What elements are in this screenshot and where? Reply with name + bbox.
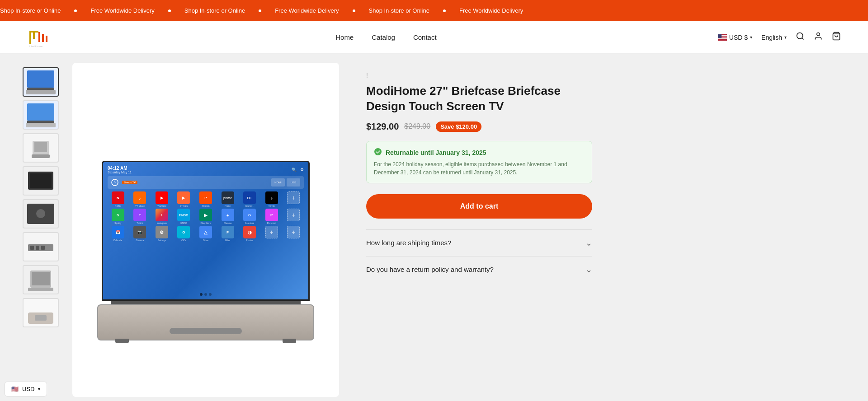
app-slot-assistant: GAssistant (239, 209, 260, 224)
thumbnail-6[interactable] (23, 232, 59, 261)
brand-logo: ModiHome (27, 28, 54, 47)
tv-foot-right (283, 339, 296, 343)
account-button[interactable] (814, 32, 823, 43)
thumbnail-3[interactable] (23, 133, 59, 163)
faq-chevron-1: ⌄ (585, 238, 592, 248)
app-slot-okv: OOKV (174, 226, 194, 242)
app-slot-files: FFiles (217, 226, 238, 242)
banner-text-4: Free Worldwide Delivery (275, 7, 339, 14)
banner-text-2: Free Worldwide Delivery (90, 7, 154, 14)
search-button[interactable] (796, 32, 805, 43)
app-slot-netflix: NNetflix (108, 191, 128, 207)
app-slot-tiktok: ♪TikTok (261, 191, 282, 207)
svg-rect-29 (34, 142, 47, 152)
smart-tv-badge: Smart TV (122, 181, 137, 184)
cart-icon (832, 32, 841, 41)
svg-rect-30 (32, 154, 50, 158)
save-badge: Save $120.00 (436, 121, 481, 132)
price-current: $129.00 (366, 121, 399, 132)
banner-segment: Shop In-store or Online Free Worldwide D… (0, 7, 546, 14)
product-title: ModiHome 27" Briefcase Briefcase Design … (366, 84, 592, 114)
thumbnail-4[interactable] (23, 166, 59, 196)
return-header: Returnable until January 31, 2025 (374, 148, 585, 158)
thumbnail-5[interactable] (23, 199, 59, 228)
app-slot-camera: 📷Camera (130, 226, 151, 242)
currency-chevron: ▾ (750, 35, 752, 40)
app-slot-chrome: ●Chrome (217, 209, 238, 224)
currency-footer-bar[interactable]: 🇺🇸 USD ▾ (5, 382, 47, 396)
svg-rect-13 (718, 39, 727, 40)
app-slot-instagram: IInstagram (151, 209, 172, 224)
thumbnail-1[interactable] (23, 67, 59, 97)
faq-item-1: How long are shiping times? ⌄ (366, 229, 592, 256)
app-slot-peloton: PPeloton (195, 191, 216, 207)
save-label: Save (440, 123, 454, 130)
app-slot-add2: + (283, 209, 304, 224)
save-amount: $120.00 (456, 123, 477, 130)
product-info-panel: ! ModiHome 27" Briefcase Briefcase Desig… (348, 63, 610, 397)
tv-base (97, 304, 314, 340)
svg-rect-14 (718, 34, 722, 38)
banner-text-3: Shop In-store or Online (184, 7, 245, 14)
faq-header-1[interactable]: How long are shiping times? ⌄ (366, 230, 592, 256)
svg-rect-3 (38, 32, 40, 42)
svg-rect-44 (32, 272, 50, 285)
svg-point-17 (817, 33, 820, 36)
flag-icon (718, 34, 727, 41)
app-slot-endo: ENDOENDO (174, 209, 194, 224)
logo-area[interactable]: ModiHome (27, 28, 54, 47)
checkmark-circle-icon (374, 148, 382, 156)
dot-3 (209, 293, 212, 296)
slide-indicator (200, 293, 212, 296)
thumbnail-8[interactable] (23, 298, 59, 327)
tv-illustration: 04:12 AM Saturday May 11 🔍⚙ Smart TV HDM… (95, 119, 316, 340)
language-selector[interactable]: English ▾ (761, 34, 787, 41)
tv-widget-bar: Smart TV HDMI USB (108, 176, 304, 189)
svg-rect-20 (27, 70, 54, 88)
svg-rect-21 (27, 88, 54, 90)
svg-rect-26 (26, 123, 56, 127)
currency-footer-label: USD (22, 386, 34, 392)
svg-text:ModiHome: ModiHome (29, 45, 43, 47)
app-slot-twitch: TTwitch (130, 209, 151, 224)
add-to-cart-button[interactable]: Add to cart (366, 194, 592, 219)
return-policy-box: Returnable until January 31, 2025 For th… (366, 141, 592, 183)
tv-date: Saturday May 11 (108, 171, 132, 174)
product-thumbnails (18, 63, 63, 397)
thumbnail-2[interactable] (23, 100, 59, 130)
svg-rect-41 (41, 246, 45, 250)
thumbnail-7[interactable] (23, 265, 59, 294)
nav-contact[interactable]: Contact (413, 33, 437, 41)
language-label: English (761, 34, 782, 41)
tv-feet (115, 339, 296, 343)
product-exclaim: ! (366, 72, 592, 79)
svg-rect-40 (36, 246, 39, 250)
nav-home[interactable]: Home (335, 33, 354, 41)
app-slot-photos: ◑Photos (239, 226, 260, 242)
svg-rect-45 (28, 288, 53, 291)
site-header: ModiHome Home Catalog Contact USD $ (0, 21, 868, 54)
app-slot-add4: + (283, 226, 304, 242)
app-slot-prime: primePrime (217, 191, 238, 207)
svg-rect-0 (29, 31, 31, 44)
banner-text-5: Shop In-store or Online (369, 7, 429, 14)
svg-rect-24 (27, 103, 54, 121)
currency-flag: 🇺🇸 (11, 386, 19, 392)
search-icon (796, 32, 805, 41)
nav-catalog[interactable]: Catalog (372, 33, 395, 41)
app-slot-drive: △Drive (195, 226, 216, 242)
svg-rect-33 (30, 173, 52, 188)
currency-selector[interactable]: USD $ ▾ (718, 34, 752, 41)
faq-header-2[interactable]: Do you have a return policy and warranty… (366, 256, 592, 283)
app-slot-ytmusic: ♪YT Music (130, 191, 151, 207)
app-slot-youtube: ▶YouTube (151, 191, 172, 207)
faq-label-2: Do you have a return policy and warranty… (366, 266, 494, 273)
banner-dot-2 (168, 9, 171, 12)
banner-dot-4 (353, 9, 355, 12)
app-slot-ytkids: ▶YT Kids (174, 191, 194, 207)
tv-app-grid: NNetflix ♪YT Music ▶YouTube ▶YT Kids PPe… (108, 191, 304, 242)
cart-button[interactable] (832, 32, 841, 43)
faq-chevron-2: ⌄ (585, 265, 592, 275)
banner-dot-3 (259, 9, 261, 12)
return-text: For the 2024 holiday season, eligible it… (374, 160, 585, 177)
